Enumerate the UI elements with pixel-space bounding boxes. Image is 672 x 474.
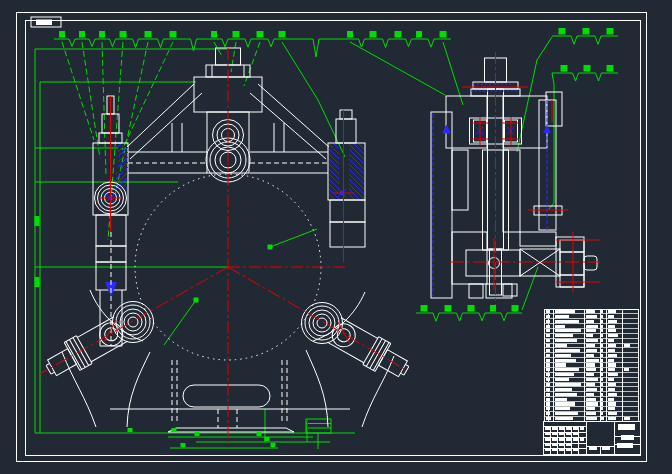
bom-cell-text-blob: [586, 344, 595, 347]
balloon-number-blob: [395, 31, 402, 38]
bom-cell-text-blob: [555, 349, 580, 352]
title-block-text-blob: [618, 424, 635, 430]
dimension-detail-box: [306, 419, 331, 449]
balloon-number-blob: [607, 65, 614, 72]
bom-cell-text-blob: [546, 378, 550, 381]
cad-drawing-canvas[interactable]: [0, 0, 672, 474]
lower-arm: [466, 250, 520, 276]
bom-cell-text-blob: [555, 373, 574, 376]
dimension-text-blob: [265, 437, 270, 441]
bom-cell-text-blob: [601, 320, 603, 323]
bom-text-blobs: [546, 310, 630, 420]
dimension-text-blobs: [35, 216, 276, 447]
bom-cell-text-blob: [546, 407, 550, 410]
dimension-text-blob: [257, 432, 262, 436]
bom-cell-text-blob: [586, 363, 595, 366]
bom-cell-text-blob: [601, 349, 603, 352]
leader-text-blob: [268, 245, 273, 250]
bom-cell-text-blob: [608, 339, 614, 342]
bom-cell-text-blob: [608, 315, 614, 318]
bom-cell-text-blob: [546, 320, 550, 323]
bom-cell-text-blob: [555, 412, 578, 415]
balloon-chain-line: [552, 36, 618, 44]
bom-cell-text-blob: [608, 412, 617, 415]
bom-cell-text-blob: [601, 393, 603, 396]
title-block: [543, 421, 640, 454]
bom-cell-text-blob: [586, 373, 594, 376]
title-block-text-blob: [559, 448, 564, 451]
balloon-number-blob: [607, 28, 614, 35]
bom-cell-text-blob: [546, 383, 550, 386]
leader-lines: [62, 37, 554, 345]
balloon-number-blob: [211, 31, 217, 38]
dimension-text-blob: [172, 428, 177, 432]
bom-cell-text-blob: [601, 334, 603, 337]
title-block-text-blob: [559, 443, 564, 446]
bom-cell-text-blob: [608, 383, 616, 386]
bom-cell-text-blob: [546, 363, 550, 366]
title-block-text-blob: [545, 448, 550, 451]
balloon-number-blob: [145, 31, 152, 38]
balloon-number-blob: [79, 31, 85, 38]
bom-cell-text-blob: [586, 368, 596, 371]
balloon-number-blob: [559, 28, 566, 35]
bom-cell-text-blob: [555, 320, 579, 323]
title-block-text-blob: [566, 432, 571, 435]
dimension-text-blob: [181, 443, 186, 447]
title-block-text-blob: [552, 427, 557, 430]
title-block-text-blob: [566, 448, 571, 451]
title-block-text-blob: [573, 427, 578, 430]
right-roller-arm: [302, 303, 415, 385]
bom-cell-text-blob: [601, 359, 603, 362]
bom-cell-text-blob: [546, 325, 550, 328]
title-block-text-blob: [559, 432, 564, 435]
balloon-chain-line: [416, 313, 522, 321]
bom-cell-text-blob: [555, 329, 581, 332]
bom-cell-text-blob: [624, 368, 629, 371]
bom-cell-text-blob: [586, 320, 594, 323]
bom-cell-text-blob: [555, 344, 567, 347]
bom-cell-text-blob: [546, 349, 550, 352]
bom-cell-text-blob: [601, 315, 603, 318]
bom-cell-text-blob: [555, 398, 567, 401]
bom-cell-text-blob: [546, 334, 550, 337]
dimension-text-blob: [271, 443, 276, 447]
balloon-number-blob: [233, 31, 240, 38]
balloon-number-blob: [561, 65, 568, 72]
title-block-text-blob: [559, 427, 564, 430]
title-block-text-blob: [573, 448, 578, 451]
balloon-number-blob: [440, 31, 447, 38]
bom-cell-text-blob: [601, 354, 603, 357]
bom-cell-text-blob: [608, 354, 617, 357]
title-block-text-blob: [552, 448, 557, 451]
bom-cell-text-blob: [601, 325, 603, 328]
title-block-text-blob: [545, 432, 550, 435]
bom-cell-text-blob: [586, 359, 599, 362]
dimension-lines: [35, 49, 355, 449]
bom-cell-text-blob: [555, 359, 576, 362]
bom-cell-text-blob: [608, 349, 615, 352]
bom-cell-text-blob: [546, 344, 550, 347]
bom-cell-text-blob: [586, 349, 597, 352]
bom-cell-text-blob: [608, 363, 616, 366]
title-block-text-blob: [552, 443, 557, 446]
bom-cell-text-blob: [546, 310, 550, 313]
title-block-text-blob: [621, 435, 634, 440]
bom-cell-text-blob: [546, 393, 550, 396]
title-block-text-blob: [566, 443, 571, 446]
title-block-text-blob: [566, 427, 571, 430]
title-block-text-blob: [559, 438, 564, 441]
bom-cell-text-blob: [586, 315, 597, 318]
balloon-number-blob: [445, 305, 452, 312]
balloon-number-blob: [59, 31, 65, 38]
bom-cell-text-blob: [555, 402, 575, 405]
front-leader-text-blobs: [194, 245, 273, 303]
bom-cell-text-blob: [601, 363, 603, 366]
title-block-text-blob: [580, 438, 584, 441]
bom-cell-text-blob: [624, 344, 630, 347]
balloon-number-blob: [279, 31, 286, 38]
title-block-text-blob: [545, 427, 550, 430]
leader-text-blob: [194, 298, 199, 303]
balloon-number-blob: [416, 31, 422, 38]
bom-cell-text-blob: [608, 334, 618, 337]
